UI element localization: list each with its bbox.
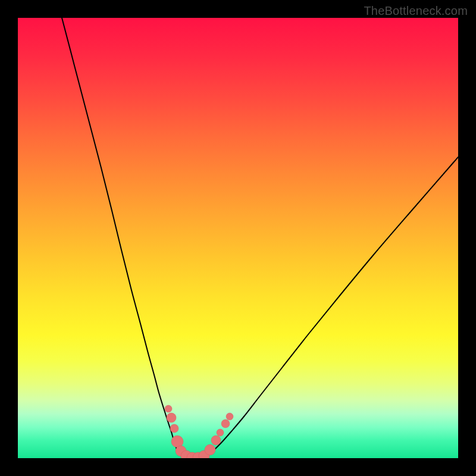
marker-group	[165, 405, 233, 458]
marker-dot	[211, 436, 221, 445]
chart-frame: TheBottleneck.com	[0, 0, 476, 476]
bottleneck-curve	[62, 18, 458, 458]
curve-svg	[18, 18, 458, 458]
attribution-text: TheBottleneck.com	[364, 4, 468, 18]
marker-dot	[205, 444, 215, 455]
marker-dot	[226, 413, 233, 420]
marker-dot	[165, 405, 172, 412]
plot-area	[18, 18, 458, 458]
marker-dot	[217, 429, 224, 436]
marker-dot	[170, 424, 178, 433]
marker-dot	[167, 413, 176, 422]
marker-dot	[221, 419, 230, 428]
